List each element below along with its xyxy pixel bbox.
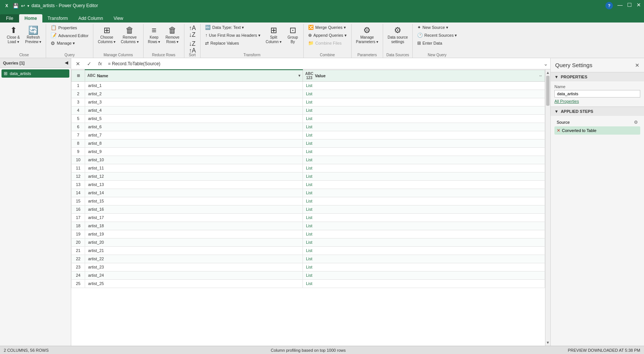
split-column-button[interactable]: ⊞ SplitColumn ▾ [264,24,284,46]
enter-data-button[interactable]: ⊞ Enter Data [415,40,459,46]
table-row[interactable]: 6artist_6List [72,123,545,131]
table-row[interactable]: 18artist_18List [72,222,545,230]
properties-button[interactable]: 📋 Properties [48,24,79,31]
close-load-button[interactable]: ⬆ Close &Load ▾ [4,24,22,46]
group-by-button[interactable]: ⊡ GroupBy [285,24,301,46]
table-row[interactable]: 19artist_19List [72,230,545,238]
tab-view[interactable]: View [108,14,129,22]
table-row[interactable]: 21artist_21List [72,246,545,255]
query-settings-close-btn[interactable]: ✕ [635,62,640,68]
table-row[interactable]: 9artist_9List [72,147,545,156]
merge-queries-button[interactable]: 🔀 Merge Queries ▾ [306,24,349,31]
queries-collapse-btn[interactable]: ◀ [65,60,68,65]
formula-cancel-btn[interactable]: ✕ [73,59,82,68]
row-name: artist_21 [85,246,303,255]
table-row[interactable]: 16artist_16List [72,205,545,213]
table-row[interactable]: 2artist_2List [72,90,545,98]
all-properties-link[interactable]: All Properties [554,99,640,104]
tab-home[interactable]: Home [19,14,42,22]
table-row[interactable]: 12artist_12List [72,172,545,180]
table-row[interactable]: 11artist_11List [72,164,545,172]
row-name: artist_11 [85,164,303,172]
row-value: List [303,197,545,205]
table-row[interactable]: 20artist_20List [72,238,545,246]
minimize-btn[interactable]: — [617,2,623,9]
step-source[interactable]: Source ⚙ [554,118,640,126]
row-num: 7 [72,131,85,139]
table-row[interactable]: 4artist_4List [72,106,545,114]
formula-confirm-btn[interactable]: ✓ [85,59,94,68]
table-row[interactable]: 13artist_13List [72,180,545,189]
value-col-filter[interactable]: ↔ [539,74,542,78]
tab-file[interactable]: File [0,14,19,22]
table-row[interactable]: 15artist_15List [72,197,545,205]
data-type-button[interactable]: 🔤 Data Type: Text ▾ [203,24,262,31]
row-name: artist_16 [85,205,303,213]
query-settings-header: Query Settings ✕ [551,58,644,72]
row-value: List [303,131,545,139]
ribbon-group-transform: 🔤 Data Type: Text ▾ ↑ Use First Row as H… [201,24,304,58]
remove-columns-button[interactable]: 🗑 RemoveColumns ▾ [118,24,141,46]
formula-input[interactable] [106,60,541,67]
step-converted-to-table[interactable]: ✕ Converted to Table [554,126,640,135]
table-row[interactable]: 8artist_8List [72,139,545,147]
status-bar: 2 COLUMNS, 56 ROWS Column profiling base… [0,346,644,354]
tab-transform[interactable]: Transform [42,14,73,22]
sort-asc-button[interactable]: ↑A↓Z [187,24,198,39]
scroll-track[interactable] [545,76,550,339]
manage-button[interactable]: ⚙ Manage ▾ [48,40,77,47]
name-prop-input[interactable] [554,90,640,98]
tab-add-column[interactable]: Add Column [73,14,108,22]
remove-rows-button[interactable]: 🗑 RemoveRows ▾ [163,24,181,46]
table-row[interactable]: 24artist_24List [72,271,545,279]
new-source-button[interactable]: ✦ New Source ▾ [415,24,459,31]
table-row[interactable]: 14artist_14List [72,189,545,197]
formula-fx-label: fx [96,61,104,66]
undo-dropdown[interactable]: ▾ [27,4,29,8]
row-num: 12 [72,172,85,180]
group-reduce-rows-label: Reduce Rows [144,53,184,57]
table-row[interactable]: 3artist_3List [72,98,545,106]
refresh-preview-button[interactable]: 🔄 RefreshPreview ▾ [23,24,43,46]
table-row[interactable]: 25artist_25List [72,279,545,288]
scroll-down-btn[interactable]: ▼ [545,339,550,346]
sort-desc-button[interactable]: ↓Z↑A [187,40,198,55]
status-profiling-info: Column profiling based on top 1000 rows [271,348,346,352]
table-row[interactable]: 7artist_7List [72,131,545,139]
choose-columns-button[interactable]: ⊞ ChooseColumns ▾ [96,24,118,46]
table-row[interactable]: 23artist_23List [72,263,545,271]
table-row[interactable]: 5artist_5List [72,114,545,123]
scroll-thumb[interactable] [546,76,550,106]
maximize-btn[interactable]: ☐ [627,2,632,9]
step-source-settings-icon[interactable]: ⚙ [634,120,638,125]
row-num: 3 [72,98,85,106]
table-row[interactable]: 22artist_22List [72,255,545,263]
help-btn[interactable]: ? [605,2,613,9]
use-first-row-button[interactable]: ↑ Use First Row as Headers ▾ [203,32,262,39]
quick-save-btn[interactable]: 💾 [13,3,19,9]
row-num: 17 [72,213,85,222]
table-row[interactable]: 1artist_1List [72,81,545,90]
query-item-data-artists[interactable]: ⊞ data_artists [1,69,69,78]
step-delete-icon[interactable]: ✕ [557,128,560,133]
undo-btn[interactable]: ↩ [21,3,25,9]
applied-steps-section-toggle[interactable]: ▼ [554,109,559,114]
row-name: artist_19 [85,230,303,238]
manage-parameters-button[interactable]: ⚙ ManageParameters ▾ [354,24,380,46]
scroll-up-btn[interactable]: ▲ [545,69,550,76]
combine-files-button[interactable]: 📁 Combine Files [306,40,349,46]
data-grid-scroll[interactable]: ⊞ ABC Name ▾ [71,69,545,346]
data-source-settings-button[interactable]: ⚙ Data sourcesettings [385,24,410,46]
recent-sources-button[interactable]: 🕐 Recent Sources ▾ [415,32,459,39]
close-btn[interactable]: ✕ [637,2,641,9]
advanced-editor-button[interactable]: 📝 Advanced Editor [48,32,91,39]
append-queries-button[interactable]: ⊕ Append Queries ▾ [306,32,349,39]
keep-rows-button[interactable]: ≡ KeepRows ▾ [146,24,163,46]
name-col-filter[interactable]: ▾ [298,74,300,78]
properties-section-toggle[interactable]: ▼ [554,75,559,79]
table-row[interactable]: 10artist_10List [72,156,545,164]
formula-expand-btn[interactable]: ⌄ [544,61,548,67]
table-row[interactable]: 17artist_17List [72,213,545,222]
replace-values-button[interactable]: ⇄ Replace Values [203,40,262,46]
vertical-scrollbar[interactable]: ▲ ▼ [545,69,550,346]
